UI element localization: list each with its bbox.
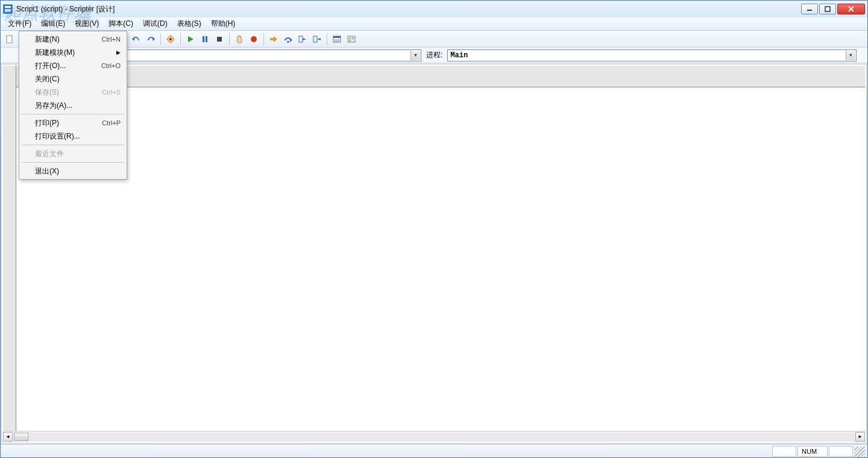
tb-pause[interactable] [198, 33, 212, 46]
svg-point-30 [169, 38, 172, 40]
menu-item-save: 保存(S) Ctrl+S [20, 86, 125, 99]
toolbar-separator [229, 33, 230, 45]
menu-item-label: 打开(O)... [35, 61, 66, 71]
scroll-track[interactable] [28, 433, 855, 441]
editor-header-strip [3, 66, 865, 87]
menu-item-label: 打印设置(R)... [35, 131, 80, 142]
step-cursor-icon [312, 34, 322, 44]
tb-dialog[interactable] [330, 33, 344, 46]
menu-item-new-module[interactable]: 新建模块(M) ▶ [20, 46, 125, 59]
svg-rect-2 [5, 9, 11, 12]
menu-help[interactable]: 帮助(H) [206, 17, 241, 30]
svg-rect-42 [287, 41, 289, 43]
editor-frame: ◄ ► [3, 66, 865, 442]
menu-item-recent: 最近文件 [20, 147, 125, 160]
titlebar: Script1 (script) - Scripter [设计] [1, 1, 867, 17]
menu-item-open[interactable]: 打开(O)... Ctrl+O [20, 59, 125, 72]
process-combobox-value: Main [450, 51, 468, 60]
menu-item-label: 打印(P) [35, 118, 59, 128]
menu-separator [22, 114, 124, 114]
menu-item-exit[interactable]: 退出(X) [20, 165, 125, 178]
window-controls [801, 4, 865, 14]
svg-rect-54 [349, 40, 351, 42]
window-title: Script1 (script) - Scripter [设计] [16, 4, 801, 14]
application-window: Script1 (script) - Scripter [设计] 文件(F) 编… [0, 0, 868, 458]
redo-icon [146, 34, 156, 44]
menu-item-saveas[interactable]: 另存为(A)... [20, 99, 125, 112]
menu-item-shortcut: Ctrl+P [102, 119, 121, 127]
menu-item-label: 退出(X) [35, 166, 59, 177]
toolbox-icon [347, 34, 356, 44]
scroll-thumb[interactable] [14, 433, 28, 441]
code-editor[interactable] [16, 87, 865, 431]
play-icon [186, 34, 195, 44]
svg-rect-53 [352, 37, 354, 39]
menu-item-shortcut: Ctrl+N [102, 36, 121, 43]
minimize-button[interactable] [801, 4, 818, 14]
menu-item-label: 关闭(C) [35, 74, 60, 84]
menubar: 文件(F) 编辑(E) 视图(V) 脚本(C) 调试(D) 表格(S) 帮助(H… [1, 17, 867, 31]
close-button[interactable] [837, 4, 865, 14]
menu-file[interactable]: 文件(F) [3, 17, 36, 30]
step-out-icon [298, 34, 307, 44]
tb-step-cursor[interactable] [310, 33, 324, 46]
menu-item-label: 新建模块(M) [35, 48, 75, 58]
svg-marker-44 [303, 38, 306, 40]
process-combobox[interactable]: Main ▼ [447, 49, 857, 61]
toolbar-separator [180, 33, 181, 45]
breakpoint-icon [249, 34, 259, 44]
menu-edit[interactable]: 编辑(E) [36, 17, 70, 30]
horizontal-scrollbar[interactable]: ◄ ► [3, 431, 865, 442]
scroll-right-button[interactable]: ► [855, 432, 865, 442]
toolbar [1, 31, 867, 48]
scroll-left-button[interactable]: ◄ [3, 432, 13, 442]
menu-item-close[interactable]: 关闭(C) [20, 72, 125, 86]
menu-script[interactable]: 脚本(C) [104, 17, 138, 30]
status-num: NUM [797, 446, 828, 457]
menu-view[interactable]: 视图(V) [70, 17, 104, 30]
menu-debug[interactable]: 调试(D) [138, 17, 172, 30]
tb-step-into[interactable] [267, 33, 280, 46]
tb-hand[interactable] [233, 33, 246, 46]
menu-item-new[interactable]: 新建(N) Ctrl+N [20, 33, 125, 46]
tb-watch[interactable] [164, 33, 177, 46]
svg-rect-48 [333, 36, 341, 38]
toolbar-separator [263, 33, 264, 45]
content-area: ◄ ► [1, 64, 867, 444]
svg-marker-40 [270, 36, 277, 42]
tb-play[interactable] [184, 33, 197, 46]
process-label: 进程: [426, 50, 442, 60]
editor-gutter [3, 66, 16, 431]
tb-stop[interactable] [213, 33, 226, 46]
svg-rect-4 [825, 7, 830, 11]
svg-rect-45 [313, 36, 317, 42]
svg-rect-51 [348, 36, 355, 42]
hand-icon [234, 34, 244, 44]
tb-new[interactable] [3, 33, 16, 46]
tb-step-out[interactable] [296, 33, 309, 46]
tb-undo[interactable] [130, 33, 143, 46]
menu-item-label: 保存(S) [35, 87, 59, 98]
watch-icon [166, 34, 175, 44]
object-combobox[interactable]: ▼ [120, 49, 421, 61]
menu-item-label: 另存为(A)... [35, 101, 72, 111]
menu-separator [22, 162, 124, 163]
menu-item-shortcut: Ctrl+S [102, 89, 121, 96]
menu-item-shortcut: Ctrl+O [101, 62, 121, 69]
menu-item-print-setup[interactable]: 打印设置(R)... [20, 130, 125, 143]
pause-icon [200, 34, 210, 44]
menu-item-print[interactable]: 打印(P) Ctrl+P [20, 116, 125, 130]
maximize-button[interactable] [819, 4, 836, 14]
menu-item-label: 最近文件 [35, 149, 64, 159]
tb-breakpoint[interactable] [247, 33, 260, 46]
svg-rect-1 [5, 6, 11, 8]
toolbar-separator [327, 33, 327, 45]
status-cell-3 [829, 446, 853, 457]
resize-grip[interactable] [854, 447, 865, 457]
tb-redo[interactable] [144, 33, 157, 46]
menu-table[interactable]: 表格(S) [172, 17, 206, 30]
tb-toolbox[interactable] [345, 33, 358, 46]
menu-item-label: 新建(N) [35, 34, 60, 45]
tb-step-over[interactable] [281, 33, 295, 46]
chevron-down-icon: ▼ [846, 51, 855, 60]
